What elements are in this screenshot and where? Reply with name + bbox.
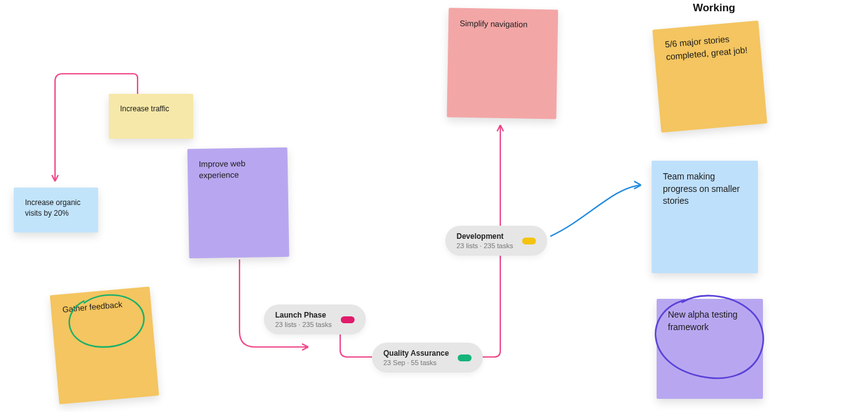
- sticky-team-progress[interactable]: Team making progress on smaller stories: [652, 161, 758, 273]
- node-launch-phase[interactable]: Launch Phase 23 lists · 235 tasks: [264, 304, 366, 334]
- node-sub: 23 lists · 235 tasks: [275, 321, 332, 328]
- node-title: Quality Assurance: [383, 349, 449, 358]
- status-pill: [522, 238, 536, 244]
- column-heading-working: Working: [693, 2, 735, 14]
- node-sub: 23 lists · 235 tasks: [457, 242, 513, 249]
- sticky-increase-organic-visits[interactable]: Increase organic visits by 20%: [14, 188, 98, 233]
- sticky-gather-feedback[interactable]: Gather feedback: [50, 286, 159, 404]
- sticky-simplify-navigation[interactable]: Simplify navigation: [447, 8, 558, 119]
- whiteboard-canvas[interactable]: Working Increase traffic Increase organi…: [0, 0, 868, 412]
- node-title: Development: [457, 232, 513, 241]
- status-pill: [341, 316, 355, 323]
- sticky-stories-completed[interactable]: 5/6 major stories completed, great job!: [652, 21, 767, 133]
- node-sub: 23 Sep · 55 tasks: [383, 359, 449, 366]
- node-development[interactable]: Development 23 lists · 235 tasks: [445, 226, 547, 256]
- sticky-alpha-testing[interactable]: New alpha testing framework: [657, 299, 763, 399]
- status-pill: [458, 354, 472, 361]
- sticky-increase-traffic[interactable]: Increase traffic: [109, 94, 193, 139]
- node-quality-assurance[interactable]: Quality Assurance 23 Sep · 55 tasks: [372, 343, 483, 373]
- node-title: Launch Phase: [275, 311, 332, 319]
- sticky-improve-web[interactable]: Improve web experience: [187, 148, 289, 259]
